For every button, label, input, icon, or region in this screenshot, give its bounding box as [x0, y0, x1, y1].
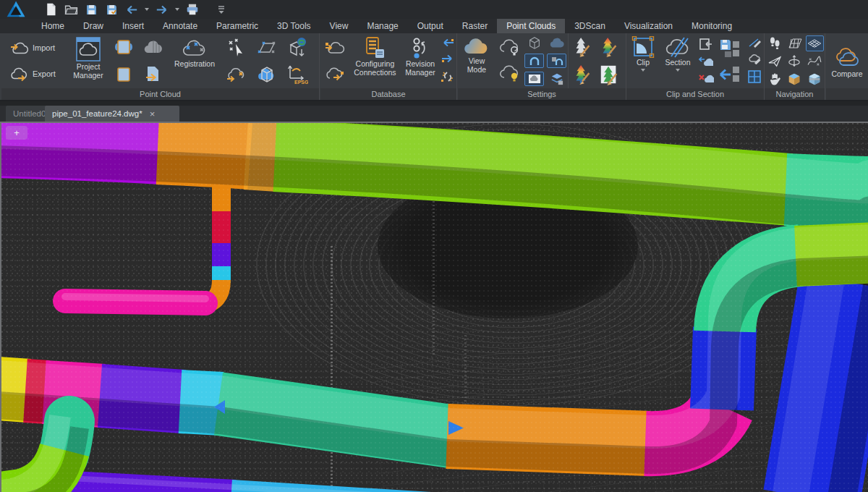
view-cube-iso-button[interactable] — [807, 72, 822, 86]
ribbon-tab-annotate[interactable]: Annotate — [153, 19, 207, 33]
undo-button[interactable] — [123, 1, 140, 17]
pencil-slash-icon — [748, 38, 761, 48]
print-button[interactable] — [184, 1, 201, 17]
registration-button[interactable]: Registration — [168, 33, 221, 88]
clipboard-cloud-button[interactable] — [114, 38, 133, 56]
show-scans-toggle[interactable] — [524, 54, 544, 68]
export-button[interactable]: Export — [7, 65, 59, 83]
ribbon-tab-3d-tools[interactable]: 3D Tools — [268, 19, 320, 33]
ribbon-tab-output[interactable]: Output — [408, 19, 453, 33]
page-convert-button[interactable] — [144, 65, 163, 84]
undo-dropdown-button[interactable] — [143, 1, 150, 17]
cloud-from-db-button[interactable] — [324, 39, 346, 56]
walk-mode-button[interactable] — [769, 35, 780, 51]
ribbon-tab-manage[interactable]: Manage — [357, 19, 407, 33]
viewport-controls-button[interactable]: + — [6, 126, 27, 140]
chevron-down-icon[interactable] — [676, 69, 680, 72]
chevron-down-icon[interactable] — [641, 69, 645, 72]
colorize-single-button[interactable] — [572, 36, 592, 58]
pipe-bottom-thin[interactable] — [45, 477, 466, 492]
bounding-box-button[interactable] — [527, 35, 542, 50]
flat-mode-button-active[interactable] — [806, 35, 824, 51]
select-points-button[interactable] — [226, 36, 247, 58]
document-tab-pipe-dwg[interactable]: pipe_01_feature24.dwg* × — [45, 106, 179, 122]
ribbon-tab-visualization[interactable]: Visualization — [615, 19, 682, 33]
layers-button[interactable] — [549, 72, 565, 86]
compare-button[interactable]: Compare — [826, 33, 868, 88]
cloud-transform-button[interactable] — [226, 64, 247, 85]
ribbon-tab-home[interactable]: Home — [32, 19, 74, 33]
save-clip-state-button[interactable] — [719, 38, 742, 59]
pipe-right-edge-blue[interactable] — [790, 282, 868, 492]
configuring-connections-button[interactable]: Configuring Connections — [349, 33, 401, 88]
colorize-elevation-button[interactable] — [599, 36, 619, 58]
ribbon-tab-3dscan[interactable]: 3DScan — [565, 19, 615, 33]
section-icon — [664, 36, 692, 58]
surface-mode-button[interactable] — [786, 35, 802, 51]
section-window-button[interactable] — [747, 69, 762, 84]
cloud-lighting-off-button[interactable] — [498, 38, 521, 57]
app-logo-icon[interactable] — [0, 0, 32, 19]
fly-mode-button[interactable] — [768, 55, 781, 68]
new-file-button[interactable] — [42, 1, 59, 17]
cloud-lighting-on-button[interactable] — [498, 64, 521, 83]
pipe-drop-branch[interactable] — [65, 187, 221, 304]
clip-remove-button[interactable] — [698, 72, 714, 84]
pipe-foreground-elbow[interactable] — [1, 416, 80, 492]
customize-toolbar-button[interactable] — [213, 1, 230, 17]
panel-settings: View Mode — [458, 33, 626, 100]
ribbon-tab-raster[interactable]: Raster — [453, 19, 497, 33]
tab-close-icon[interactable]: × — [148, 109, 157, 119]
view-cube-front-button[interactable] — [787, 72, 801, 86]
clipboard-plain-button[interactable] — [114, 65, 133, 84]
cloud-clip-box-button[interactable] — [256, 64, 278, 85]
redo-button[interactable] — [153, 1, 171, 17]
ribbon-tab-point-clouds[interactable]: Point Clouds — [497, 19, 565, 33]
clip-button[interactable]: Clip — [626, 33, 660, 88]
drawing-viewport[interactable]: + — [0, 122, 868, 492]
open-file-button[interactable] — [62, 1, 80, 17]
colorize-intensity-button[interactable] — [572, 64, 592, 85]
clip-inside-button[interactable] — [699, 38, 713, 51]
redo-dropdown-button[interactable] — [174, 1, 181, 17]
section-button[interactable]: Section — [660, 33, 696, 88]
spline-path-button[interactable] — [807, 55, 822, 68]
page-arrow-icon — [144, 65, 163, 84]
fit-plane-button[interactable] — [256, 36, 278, 58]
ribbon-tab-draw[interactable]: Draw — [74, 19, 113, 33]
pipe-lower-main[interactable] — [1, 241, 868, 460]
document-tab-label: Untitled0 — [13, 109, 46, 118]
disconnect-button[interactable] — [441, 70, 455, 83]
configuring-label-1: Configuring — [356, 59, 395, 68]
point-cloud-gray-button[interactable] — [143, 38, 163, 56]
db-pull-button[interactable] — [441, 38, 454, 47]
colorize-rgb-button[interactable] — [599, 64, 619, 85]
import-button[interactable]: Import — [7, 39, 58, 57]
show-images-toggle[interactable] — [524, 72, 544, 86]
save-button[interactable] — [82, 1, 100, 17]
project-manager-button[interactable]: Project Manager — [68, 33, 109, 88]
ribbon-tab-monitoring[interactable]: Monitoring — [682, 19, 741, 33]
point-density-button[interactable] — [548, 35, 566, 50]
revision-manager-button[interactable]: Revision Manager — [401, 33, 440, 88]
orbit-button[interactable] — [788, 55, 801, 68]
georeference-button[interactable] — [286, 36, 308, 58]
show-regions-toggle[interactable] — [547, 54, 566, 68]
sketch-section-button[interactable] — [747, 53, 762, 64]
revision-label-1: Revision — [406, 59, 435, 68]
db-push-button[interactable] — [441, 54, 454, 63]
ribbon-tab-insert[interactable]: Insert — [113, 19, 153, 33]
clip-restore-button[interactable] — [699, 56, 713, 67]
save-as-button[interactable] — [103, 1, 120, 17]
cloud-to-db-button[interactable] — [324, 65, 346, 82]
restore-clip-state-button[interactable] — [719, 65, 742, 84]
pipe-top-main[interactable] — [1, 129, 868, 216]
ribbon-tab-view[interactable]: View — [320, 19, 358, 33]
region-arch-icon — [550, 56, 563, 66]
measure-section-button[interactable] — [748, 38, 761, 48]
rainbow-tree-icon — [572, 64, 592, 85]
view-mode-button[interactable]: View Mode — [458, 33, 495, 88]
pan-button[interactable] — [769, 72, 780, 86]
epsg-coordinate-button[interactable]: EPSG — [286, 64, 308, 85]
ribbon-tab-parametric[interactable]: Parametric — [207, 19, 268, 33]
